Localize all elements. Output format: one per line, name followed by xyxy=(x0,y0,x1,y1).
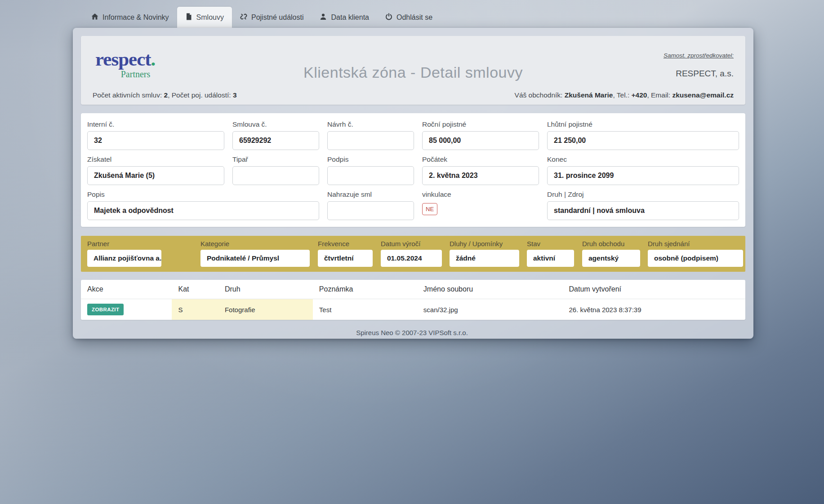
field-label: Frekvence xyxy=(318,240,381,248)
field-lhutni-pojistne: Lhůtní pojistné xyxy=(547,120,739,150)
hl-field-stav: Stav aktivní xyxy=(527,240,582,267)
field-label: Lhůtní pojistné xyxy=(547,120,739,128)
page-title: Klientská zóna - Detail smlouvy xyxy=(303,64,523,81)
field-label: Roční pojistné xyxy=(422,120,539,128)
pocatek-input[interactable] xyxy=(422,166,539,185)
druh-zdroj-input[interactable] xyxy=(547,201,739,220)
agent-email: zkusena@email.cz xyxy=(672,91,734,99)
broker-company: RESPECT, a.s. xyxy=(664,69,734,79)
main-container: respect. Partners Klientská zóna - Detai… xyxy=(73,28,753,339)
cell-jmeno-souboru: scan/32.jpg xyxy=(417,299,563,320)
field-label: Interní č. xyxy=(87,120,224,128)
tab-label: Data klienta xyxy=(331,13,369,22)
field-label: Smlouva č. xyxy=(232,120,319,128)
konec-input[interactable] xyxy=(547,166,739,185)
logo-brand: respect xyxy=(95,49,151,70)
agent-phone: +420 xyxy=(632,91,647,99)
col-kat: Kat xyxy=(172,280,218,299)
rocni-pojistne-input[interactable] xyxy=(422,131,539,150)
cell-akce: ZOBRAZIT xyxy=(81,299,172,320)
field-label: Návrh č. xyxy=(327,120,414,128)
field-navrh-cislo: Návrh č. xyxy=(327,120,414,150)
field-label: Partner xyxy=(87,240,200,248)
popis-input[interactable] xyxy=(87,201,319,220)
hl-field-kategorie: Kategorie Podnikatelé / Průmysl xyxy=(200,240,318,267)
tab-label: Pojistné události xyxy=(251,13,304,22)
field-label: Dluhy / Upomínky xyxy=(450,240,527,248)
frekvence-value: čtvrtletní xyxy=(318,250,373,267)
tab-informace-novinky[interactable]: Informace & Novinky xyxy=(83,7,177,28)
tab-smlouvy[interactable]: Smlouvy xyxy=(177,7,232,28)
respect-partners-logo: respect. Partners xyxy=(95,49,156,79)
footer-copyright: Spireus Neo © 2007-23 VIPSoft s.r.o. xyxy=(0,329,824,336)
documents-table: Akce Kat Druh Poznámka Jméno souboru Dat… xyxy=(81,280,745,320)
field-tipar: Tipař xyxy=(232,155,319,185)
cell-druh: Fotografie xyxy=(218,299,313,320)
tab-label: Smlouvy xyxy=(196,13,224,22)
podpis-input[interactable] xyxy=(327,166,414,185)
stav-value: aktivní xyxy=(527,250,574,267)
col-poznamka: Poznámka xyxy=(313,280,417,299)
lhutni-pojistne-input[interactable] xyxy=(547,131,739,150)
field-smlouva-cislo: Smlouva č. xyxy=(232,120,319,150)
col-jmeno-souboru: Jméno souboru xyxy=(417,280,563,299)
agent-name: Zkušená Marie xyxy=(565,91,613,99)
logo-dot: . xyxy=(151,49,156,70)
smlouva-cislo-input[interactable] xyxy=(232,131,319,150)
field-popis: Popis xyxy=(87,190,319,220)
hl-field-frekvence: Frekvence čtvrtletní xyxy=(318,240,381,267)
dluhy-value: žádné xyxy=(450,250,519,267)
broker-link[interactable]: Samost. zprostředkovatel: xyxy=(664,52,734,59)
field-pocatek: Počátek xyxy=(422,155,539,185)
col-akce: Akce xyxy=(81,280,172,299)
field-interni-cislo: Interní č. xyxy=(87,120,224,150)
field-label: vinkulace xyxy=(422,190,539,199)
nahrazuje-sml-input[interactable] xyxy=(327,201,414,220)
partner-highlight-panel: Partner Allianz pojišťovna a.s. Kategori… xyxy=(81,236,745,272)
tab-odhlasit-se[interactable]: Odhlásit se xyxy=(377,7,441,28)
vinkulace-ne-badge[interactable]: NE xyxy=(422,203,437,215)
contract-form-panel: Interní č. Smlouva č. Návrh č. Roční poj… xyxy=(81,113,745,227)
field-konec: Konec xyxy=(547,155,739,185)
contracts-stats: Počet aktivních smluv: 2, Počet poj. udá… xyxy=(93,91,237,99)
tab-label: Informace & Novinky xyxy=(102,13,169,22)
cell-datum-vytvoreni: 26. května 2023 8:37:39 xyxy=(563,299,745,320)
claim-events-count: 3 xyxy=(233,91,237,99)
field-podpis: Podpis xyxy=(327,155,414,185)
hl-field-datum-vyroci: Datum výročí 01.05.2024 xyxy=(381,240,450,267)
field-nahrazuje-sml: Nahrazuje sml xyxy=(327,190,414,220)
tab-label: Odhlásit se xyxy=(396,13,432,22)
field-label: Druh obchodu xyxy=(582,240,648,248)
field-label: Stav xyxy=(527,240,582,248)
field-druh-zdroj: Druh | Zdroj xyxy=(547,190,739,220)
header-right-block: Samost. zprostředkovatel: RESPECT, a.s. xyxy=(664,52,734,79)
col-datum-vytvoreni: Datum vytvoření xyxy=(563,280,745,299)
hl-field-druh-obchodu: Druh obchodu agentský xyxy=(582,240,648,267)
field-label: Podpis xyxy=(327,155,414,164)
active-contracts-count: 2 xyxy=(164,91,168,99)
home-icon xyxy=(91,13,98,22)
power-icon xyxy=(385,13,392,22)
field-vinkulace: vinkulace NE xyxy=(422,190,539,220)
stats-row: Počet aktivních smluv: 2, Počet poj. udá… xyxy=(93,91,734,99)
cell-kat: S xyxy=(172,299,218,320)
tab-pojistne-udalosti[interactable]: Pojistné události xyxy=(232,7,312,28)
tab-data-klienta[interactable]: Data klienta xyxy=(312,7,377,28)
main-nav: Informace & Novinky Smlouvy Pojistné udá… xyxy=(83,7,441,28)
header-panel: respect. Partners Klientská zóna - Detai… xyxy=(81,36,745,105)
druh-obchodu-value: agentský xyxy=(582,250,640,267)
field-label: Druh sjednání xyxy=(648,240,743,248)
field-label: Druh | Zdroj xyxy=(547,190,739,199)
field-label: Počátek xyxy=(422,155,539,164)
agent-contact: Váš obchodník: Zkušená Marie, Tel.: +420… xyxy=(515,91,734,99)
documents-table-panel: Akce Kat Druh Poznámka Jméno souboru Dat… xyxy=(81,280,745,320)
zobrazit-button[interactable]: ZOBRAZIT xyxy=(87,304,124,315)
tipar-input[interactable] xyxy=(232,166,319,185)
field-label: Nahrazuje sml xyxy=(327,190,414,199)
ziskatel-input[interactable] xyxy=(87,166,224,185)
user-icon xyxy=(320,13,327,22)
interni-cislo-input[interactable] xyxy=(87,131,224,150)
field-label: Konec xyxy=(547,155,739,164)
col-druh: Druh xyxy=(218,280,313,299)
navrh-cislo-input[interactable] xyxy=(327,131,414,150)
